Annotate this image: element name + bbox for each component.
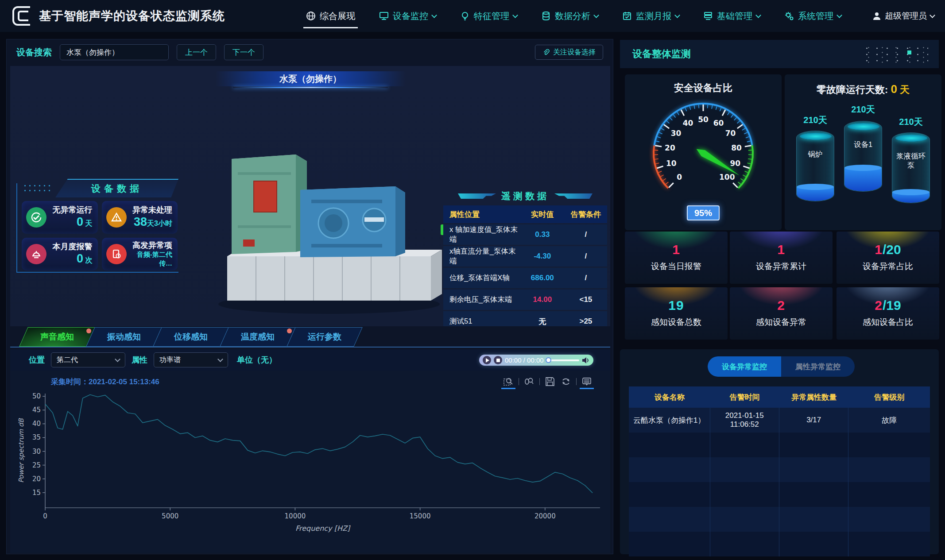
svg-text:25: 25 xyxy=(32,461,41,469)
restore-icon[interactable] xyxy=(560,375,572,388)
play-button[interactable] xyxy=(483,356,491,364)
tab-displacement-sense[interactable]: 位移感知 xyxy=(153,327,229,347)
telemetry-header-row: 属性位置 实时值 告警条件 xyxy=(443,205,607,223)
chevron-down-icon xyxy=(755,12,761,18)
volume-icon[interactable] xyxy=(582,357,590,364)
stat-card-normal-run: 无异常运行 0 天 xyxy=(22,201,98,234)
chevron-down-icon xyxy=(593,12,599,18)
app-title: 基于智能声学的设备状态监测系统 xyxy=(39,8,225,24)
stop-button[interactable] xyxy=(494,356,502,364)
next-device-button[interactable]: 下一个 xyxy=(224,44,263,60)
table-row-empty xyxy=(629,532,930,556)
spectrum-line-chart[interactable]: 050001000015000200001520253035404550Freq… xyxy=(10,390,610,549)
menu-device-monitor[interactable]: 设备监控 xyxy=(379,0,436,32)
table-row-empty xyxy=(629,507,930,532)
position-select[interactable]: 第二代 xyxy=(51,352,125,367)
follow-device-button[interactable]: 关注设备选择 xyxy=(535,45,603,60)
svg-text:30: 30 xyxy=(32,448,41,456)
menu-overview[interactable]: 综合展现 xyxy=(306,0,355,32)
collect-time-text: 采集时间：2021-02-05 15:13:46 xyxy=(51,377,159,387)
prev-device-button[interactable]: 上一个 xyxy=(177,44,216,60)
svg-text:90: 90 xyxy=(730,159,740,168)
globe-icon xyxy=(306,11,316,21)
data-view-icon[interactable] xyxy=(581,375,593,388)
telemetry-title: 遥测数据 xyxy=(501,190,549,202)
device-search-input[interactable] xyxy=(60,44,169,60)
area-zoom-icon[interactable] xyxy=(503,375,514,388)
svg-text:15: 15 xyxy=(32,489,41,497)
tab-temperature-sense[interactable]: 温度感知 xyxy=(220,327,296,347)
menu-monthly-report[interactable]: 监测月报 xyxy=(622,0,679,32)
scene-title-banner: 水泵（勿操作） xyxy=(215,71,406,86)
main-menu: 综合展现 设备监控 特征管理 数据分析 监测月报 基础管理 系统管理 xyxy=(306,0,841,32)
attribute-select[interactable]: 功率谱 xyxy=(154,352,228,367)
table-row-empty xyxy=(629,457,930,482)
server-icon xyxy=(703,11,713,21)
tab-vibration-sense[interactable]: 振动感知 xyxy=(86,327,162,347)
gauge-chart: 0102030405060708090100 xyxy=(635,95,772,209)
stat-card-month-alarm: 本月度报警 0 次 xyxy=(22,238,98,270)
gauge-title: 安全设备占比 xyxy=(625,81,782,95)
alert-badge xyxy=(287,328,292,333)
slider-thumb[interactable] xyxy=(546,357,551,363)
menu-data-analysis[interactable]: 数据分析 xyxy=(541,0,598,32)
spectrum-controls-row: 位置 第二代 属性 功率谱 单位（无） 00:00 / 00:00 xyxy=(10,349,610,371)
tab-attribute-abnormal-monitor[interactable]: 属性异常监控 xyxy=(781,356,855,377)
svg-text:40: 40 xyxy=(683,119,693,127)
file-alert-icon xyxy=(106,244,127,264)
menu-system-mgmt[interactable]: 系统管理 xyxy=(784,0,841,32)
alarm-table-header: 设备名称 告警时间 异常属性数量 告警级别 xyxy=(629,386,930,408)
tab-device-abnormal-monitor[interactable]: 设备异常监控 xyxy=(708,356,781,377)
table-row[interactable]: 测试51 无 >25 xyxy=(443,311,607,326)
chevron-down-icon xyxy=(837,12,842,18)
menu-label: 设备监控 xyxy=(393,10,428,22)
alarm-table: 设备名称 告警时间 异常属性数量 告警级别 云酷水泵（勿操作1） 2021-01… xyxy=(629,386,930,556)
svg-text:15000: 15000 xyxy=(410,512,431,520)
svg-text:50: 50 xyxy=(698,115,709,124)
svg-text:0: 0 xyxy=(677,173,682,182)
zero-fault-title: 零故障运行天数: 0 天 xyxy=(785,82,941,97)
tile-abnormal-ratio: 1/20 设备异常占比 xyxy=(837,232,939,284)
svg-text:50: 50 xyxy=(32,392,41,400)
cylinder-device1: 210天 设备1 xyxy=(844,104,882,192)
cylinder-top-glow xyxy=(848,123,879,130)
tab-sound-sense[interactable]: 声音感知 xyxy=(19,327,95,347)
tile-abnormal-total: 1 设备异常累计 xyxy=(730,232,833,284)
user-name: 超级管理员 xyxy=(885,10,927,22)
chevron-down-icon xyxy=(930,12,935,18)
monitor-icon xyxy=(379,11,389,21)
svg-text:60: 60 xyxy=(713,119,724,127)
cylinder-slurry-pump: 210天 浆液循环泵 xyxy=(892,112,930,203)
table-row[interactable]: 位移_泵体首端X轴 686.00 / xyxy=(443,268,607,288)
spectrum-chart-area: 采集时间：2021-02-05 15:13:46 050001000015000… xyxy=(10,371,610,553)
menu-feature-mgmt[interactable]: 特征管理 xyxy=(460,0,517,32)
device-search-label: 设备搜索 xyxy=(16,46,52,58)
overall-monitor-header: 设备整体监测 xyxy=(620,40,939,68)
table-row[interactable]: 云酷水泵（勿操作1） 2021-01-15 11:06:52 3/17 故障 xyxy=(629,408,930,433)
warning-triangle-icon xyxy=(106,207,127,228)
dots-decoration xyxy=(862,45,928,64)
menu-label: 综合展现 xyxy=(320,10,355,22)
zoom-reset-icon[interactable] xyxy=(523,375,535,388)
table-row[interactable]: x 轴加速度值_泵体末端 0.33 / xyxy=(443,224,607,245)
svg-text:20000: 20000 xyxy=(534,512,556,520)
overall-monitor-title: 设备整体监测 xyxy=(632,47,691,61)
table-row[interactable]: 剩余电压_泵体末端 14.00 <15 xyxy=(443,290,607,310)
cylinder-liquid xyxy=(797,187,834,201)
telemetry-table: 属性位置 实时值 告警条件 x 轴加速度值_泵体末端 0.33 / x轴直流分量… xyxy=(443,205,607,326)
tab-run-params[interactable]: 运行参数 xyxy=(287,327,363,347)
menu-label: 系统管理 xyxy=(798,10,833,22)
menu-base-mgmt[interactable]: 基础管理 xyxy=(703,0,760,32)
pump-3d-model xyxy=(201,124,457,318)
3d-scene-viewport[interactable]: 水泵（勿操作） xyxy=(10,66,610,326)
svg-text:30: 30 xyxy=(671,129,682,138)
stat-card-frequent-abnormal: 高发异常项 音频-第二代传… xyxy=(102,238,178,270)
player-seek-slider[interactable] xyxy=(546,359,579,361)
unit-label: 单位（无） xyxy=(237,355,277,365)
save-image-icon[interactable] xyxy=(544,375,556,388)
user-menu[interactable]: 超级管理员 xyxy=(872,10,934,22)
table-row[interactable]: x轴直流分量_泵体末端 -4.30 / xyxy=(443,246,607,266)
alarm-tab-bar: 设备异常监控 属性异常监控 xyxy=(708,356,855,377)
title-wing-right xyxy=(554,193,593,199)
chart-toolbar xyxy=(503,375,593,388)
